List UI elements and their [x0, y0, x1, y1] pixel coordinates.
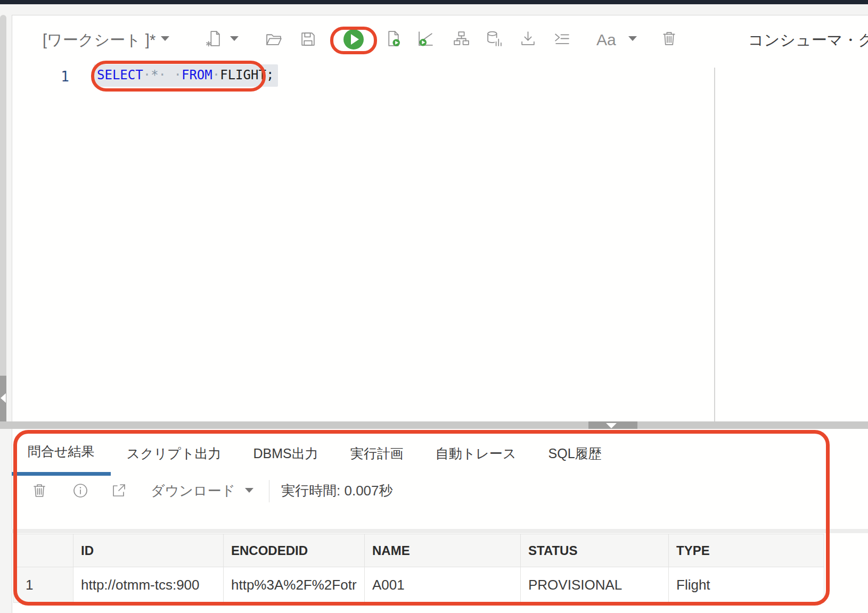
collapse-down-icon [606, 423, 617, 428]
whitespace-dot: · [212, 68, 220, 82]
cell-status[interactable]: PROVISIONAL [521, 567, 669, 603]
left-collapse-handle[interactable] [0, 376, 6, 421]
consumer-group-label: コンシューマ・グ [748, 30, 868, 51]
whitespace-dot: · [143, 68, 151, 82]
open-file-icon[interactable] [265, 30, 283, 48]
col-header-status[interactable]: STATUS [521, 534, 669, 567]
download-caret-icon[interactable] [245, 488, 253, 493]
header-row: ID ENCODEDID NAME STATUS TYPE [14, 534, 824, 567]
explain-plan-icon[interactable] [453, 30, 470, 47]
sql-table-name: FLIGHT; [220, 68, 274, 82]
table-row: 1 http://otmm-tcs:900 http%3A%2F%2Fotr A… [14, 567, 824, 603]
tab-sql-history[interactable]: SQL履歴 [533, 431, 618, 476]
col-header-type[interactable]: TYPE [669, 534, 824, 567]
tab-explain-plan[interactable]: 実行計画 [334, 431, 420, 476]
delete-results-trash-icon[interactable] [31, 482, 48, 499]
sql-keyword-from: FROM [182, 68, 212, 82]
col-header-encodedid[interactable]: ENCODEDID [224, 534, 365, 567]
tab-dbms-output[interactable]: DBMS出力 [238, 431, 334, 476]
tab-query-result[interactable]: 問合せ結果 [12, 431, 111, 476]
col-header-id[interactable]: ID [73, 534, 224, 567]
tab-autotrace[interactable]: 自動トレース [420, 431, 533, 476]
execution-time-label: 実行時間: 0.007秒 [281, 482, 393, 500]
play-icon [351, 34, 359, 45]
results-tab-bar: 問合せ結果 スクリプト出力 DBMS出力 実行計画 自動トレース SQL履歴 [12, 431, 618, 476]
open-in-new-icon[interactable] [110, 482, 127, 499]
font-size-caret-icon[interactable] [628, 36, 637, 41]
worksheet-menu-caret-icon[interactable] [161, 36, 169, 41]
sql-statement[interactable]: SELECT·*· ·FROM·FLIGHT; [94, 64, 278, 87]
browser-chrome-bar [0, 0, 868, 4]
new-worksheet-caret-icon[interactable] [230, 36, 239, 41]
new-worksheet-icon[interactable] [205, 30, 223, 47]
download-icon[interactable] [519, 30, 537, 47]
left-scroll-strip[interactable] [0, 15, 6, 421]
results-table: ID ENCODEDID NAME STATUS TYPE 1 http://o… [13, 534, 824, 603]
cell-name[interactable]: A001 [365, 567, 521, 603]
collapse-left-icon [1, 393, 6, 403]
rownum-header[interactable] [14, 534, 73, 567]
run-script-icon[interactable] [384, 30, 402, 47]
info-icon[interactable] [72, 482, 89, 499]
worksheet-title[interactable]: [ワークシート ]* [43, 30, 155, 51]
tab-script-output[interactable]: スクリプト出力 [111, 431, 238, 476]
clear-worksheet-trash-icon[interactable] [660, 29, 678, 47]
format-icon[interactable] [553, 30, 571, 47]
line-number: 1 [51, 69, 69, 85]
grid-top-gap [12, 529, 868, 533]
whitespace-dots: · · [159, 68, 182, 82]
cell-encodedid[interactable]: http%3A%2F%2Fotr [224, 567, 365, 603]
splitter-collapse-handle[interactable] [588, 421, 637, 429]
row-number-cell[interactable]: 1 [14, 567, 73, 603]
sql-keyword-select: SELECT [97, 68, 143, 82]
col-header-name[interactable]: NAME [365, 534, 521, 567]
cell-id[interactable]: http://otmm-tcs:900 [73, 567, 224, 603]
cell-type[interactable]: Flight [669, 567, 824, 603]
font-size-button[interactable]: Aa [596, 31, 616, 49]
sql-tuning-icon[interactable] [486, 30, 503, 47]
toolbar-separator [269, 480, 269, 502]
sql-editor[interactable] [12, 61, 868, 421]
horizontal-splitter[interactable] [0, 421, 868, 429]
download-results-button[interactable]: ダウンロード [151, 482, 235, 500]
save-icon[interactable] [299, 30, 317, 48]
run-statement-button[interactable] [343, 29, 364, 49]
editor-right-divider [714, 68, 715, 421]
autotrace-chart-icon[interactable] [417, 30, 435, 47]
sql-star: * [151, 68, 158, 82]
